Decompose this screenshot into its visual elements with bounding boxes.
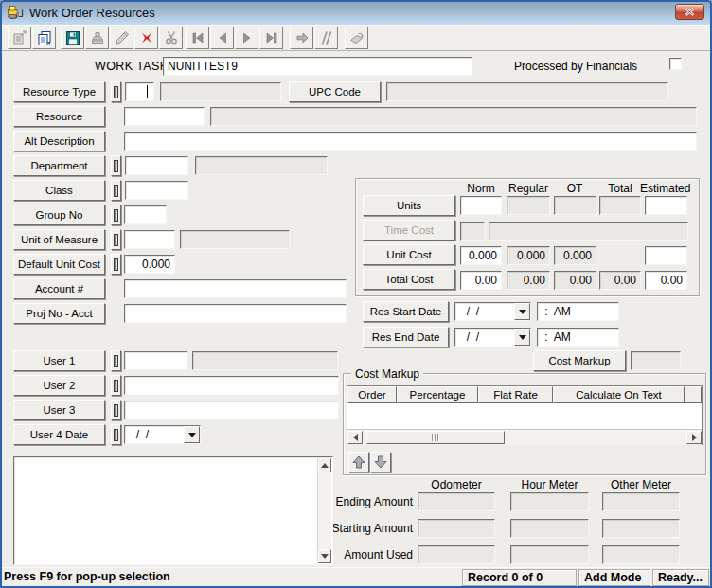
next-record-button[interactable] (235, 27, 258, 49)
upc-code-button[interactable]: UPC Code (289, 81, 381, 102)
user2-lookup-button[interactable] (111, 375, 121, 396)
total-cost-estimated-input[interactable]: 0.00 (645, 271, 687, 290)
titlebar[interactable]: Work Order Resources (0, 0, 712, 25)
close-button[interactable] (675, 4, 704, 20)
col-percentage[interactable]: Percentage (397, 386, 478, 403)
post-button[interactable] (85, 27, 109, 49)
work-task-input[interactable]: NUNITTEST9 (163, 57, 472, 76)
scroll-up-icon[interactable] (318, 458, 331, 472)
default-unit-cost-input[interactable]: 0.000 (124, 255, 175, 274)
res-end-time-input[interactable]: : AM (537, 328, 619, 347)
res-start-time-input[interactable]: : AM (537, 302, 619, 321)
col-order[interactable]: Order (347, 386, 397, 403)
alt-description-input[interactable] (124, 132, 697, 151)
unit-cost-norm-input[interactable]: 0.000 (460, 246, 502, 265)
first-record-button[interactable] (186, 27, 209, 49)
scroll-left-icon[interactable] (347, 431, 363, 444)
toolbar (0, 25, 712, 51)
scroll-down-icon[interactable] (318, 549, 331, 563)
department-code-input[interactable] (125, 156, 188, 175)
resource-type-code-input[interactable] (125, 82, 154, 101)
col-calculate-on-text[interactable]: Calculate On Text (553, 386, 685, 403)
processed-by-financials-checkbox[interactable] (669, 58, 682, 70)
copy-record-button[interactable] (32, 27, 56, 49)
group-no-input[interactable] (124, 205, 167, 224)
res-start-date-combo[interactable]: / / (454, 302, 531, 321)
user2-button[interactable]: User 2 (13, 375, 105, 396)
execute-button[interactable] (314, 27, 338, 49)
move-up-button[interactable] (348, 452, 369, 472)
alt-description-button[interactable]: Alt Description (13, 131, 105, 151)
res-end-date-combo[interactable]: / / (454, 328, 531, 347)
default-unit-cost-button[interactable]: Default Unit Cost (13, 254, 105, 275)
cost-markup-button[interactable]: Cost Markup (533, 350, 626, 371)
col-flat-rate[interactable]: Flat Rate (478, 386, 553, 403)
dropdown-arrow-icon[interactable] (514, 303, 530, 320)
ending-amount-odometer-field (418, 492, 495, 511)
goto-record-button[interactable] (290, 27, 313, 49)
user3-lookup-button[interactable] (111, 400, 121, 420)
user1-button[interactable]: User 1 (13, 350, 105, 371)
delete-button[interactable] (134, 27, 158, 49)
total-cost-ot-field: 0.00 (554, 271, 596, 290)
unit-of-measure-button[interactable]: Unit of Measure (13, 229, 105, 250)
group-no-button[interactable]: Group No (13, 205, 105, 225)
dropdown-arrow-icon[interactable] (184, 426, 200, 443)
cost-markup-grid-body[interactable] (347, 403, 702, 429)
edit-button[interactable] (110, 27, 134, 49)
account-input[interactable] (124, 279, 347, 298)
notes-textarea[interactable] (13, 456, 333, 565)
total-cost-button[interactable]: Total Cost (363, 269, 455, 290)
execute-icon (319, 30, 334, 45)
units-norm-input[interactable] (460, 196, 502, 215)
user2-input[interactable] (124, 376, 339, 395)
default-unit-cost-lookup-button[interactable] (111, 254, 121, 275)
clear-button[interactable] (345, 27, 368, 49)
user3-input[interactable] (124, 401, 339, 419)
class-lookup-button[interactable] (111, 180, 121, 201)
cut-button[interactable] (159, 27, 183, 49)
user4-date-lookup-button[interactable] (111, 424, 121, 445)
res-start-date-button[interactable]: Res Start Date (363, 301, 449, 322)
unit-of-measure-input[interactable] (124, 230, 175, 249)
department-button[interactable]: Department (13, 155, 105, 176)
units-button[interactable]: Units (363, 195, 455, 216)
department-lookup-button[interactable] (111, 155, 121, 176)
resource-code-input[interactable] (124, 107, 205, 126)
account-button[interactable]: Account # (13, 278, 105, 299)
resource-type-lookup-button[interactable] (111, 81, 121, 102)
class-code-input[interactable] (125, 181, 188, 200)
dropdown-arrow-icon[interactable] (514, 329, 530, 346)
group-no-lookup-button[interactable] (111, 205, 121, 225)
user1-code-input[interactable] (124, 351, 187, 370)
cost-markup-hscrollbar[interactable] (347, 429, 702, 445)
proj-no-acct-button[interactable]: Proj No - Acct (13, 303, 105, 324)
resource-button[interactable]: Resource (13, 106, 105, 127)
user4-date-button[interactable]: User 4 Date (13, 424, 105, 445)
proj-no-acct-input[interactable] (124, 304, 347, 323)
lookup-flag-icon (114, 355, 118, 367)
total-cost-norm-input[interactable]: 0.00 (460, 271, 502, 290)
res-end-date-button[interactable]: Res End Date (363, 327, 449, 347)
cost-markup-group-label: Cost Markup (351, 367, 423, 381)
scroll-right-icon[interactable] (686, 431, 702, 444)
unit-of-measure-lookup-button[interactable] (111, 229, 121, 250)
move-down-button[interactable] (370, 452, 391, 472)
unit-cost-estimated-input[interactable] (645, 246, 687, 265)
properties-button[interactable] (8, 27, 31, 49)
previous-record-button[interactable] (210, 27, 234, 49)
unit-cost-button[interactable]: Unit Cost (363, 244, 455, 265)
properties-icon (12, 30, 27, 45)
units-estimated-input[interactable] (645, 196, 687, 215)
user3-button[interactable]: User 3 (13, 400, 105, 420)
class-button[interactable]: Class (13, 180, 105, 201)
notes-vscrollbar[interactable] (317, 458, 331, 563)
user1-lookup-button[interactable] (111, 350, 121, 371)
save-icon (65, 30, 80, 45)
user4-date-combo[interactable]: / / (124, 425, 201, 444)
save-button[interactable] (61, 27, 84, 49)
last-record-button[interactable] (259, 27, 283, 49)
unit-of-measure-description-field (180, 230, 290, 249)
resource-type-button[interactable]: Resource Type (13, 81, 105, 102)
hscroll-thumb[interactable] (366, 431, 505, 444)
